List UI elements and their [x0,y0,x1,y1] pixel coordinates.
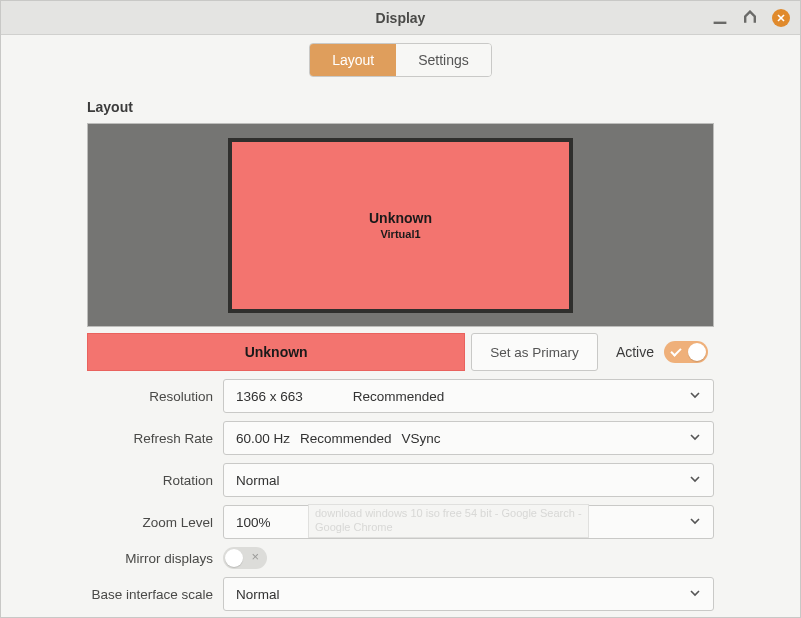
zoom-label: Zoom Level [87,515,213,530]
active-toggle[interactable] [664,341,708,363]
base-scale-value: Normal [236,587,280,602]
chevron-down-icon [689,473,701,488]
window-title: Display [1,10,800,26]
close-button[interactable] [772,9,790,27]
tab-layout[interactable]: Layout [310,44,396,76]
selected-display-badge: Unknown [87,333,465,371]
base-scale-label: Base interface scale [87,587,213,602]
rotation-label: Rotation [87,473,213,488]
resolution-row: Resolution 1366 x 663 Recommended [87,379,714,413]
titlebar: Display [1,1,800,35]
zoom-row: Zoom Level 100% download windows 10 iso … [87,505,714,539]
selected-display-row: Unknown Set as Primary Active [87,333,714,371]
chevron-down-icon [689,587,701,602]
resolution-select[interactable]: 1366 x 663 Recommended [223,379,714,413]
chevron-down-icon [689,431,701,446]
base-scale-row: Base interface scale Normal [87,577,714,611]
monitor-connector: Virtual1 [380,228,420,240]
active-toggle-wrap: Active [604,333,714,371]
display-arrangement-preview[interactable]: Unknown Virtual1 [87,123,714,327]
rotation-select[interactable]: Normal [223,463,714,497]
minimize-button[interactable] [712,10,728,26]
monitor-preview[interactable]: Unknown Virtual1 [228,138,573,313]
refresh-hint: Recommended [300,431,392,446]
zoom-select[interactable]: 100% download windows 10 iso free 54 bit… [223,505,714,539]
monitor-name: Unknown [369,210,432,226]
refresh-label: Refresh Rate [87,431,213,446]
set-primary-button[interactable]: Set as Primary [471,333,598,371]
ghost-tooltip: download windows 10 iso free 54 bit - Go… [308,504,589,538]
mirror-row: Mirror displays [87,547,714,569]
rotation-value: Normal [236,473,280,488]
resolution-label: Resolution [87,389,213,404]
tab-group: Layout Settings [309,43,492,77]
mirror-toggle[interactable] [223,547,267,569]
refresh-value: 60.00 Hz [236,431,290,446]
content-area: Layout Unknown Virtual1 Unknown Set as P… [1,87,800,617]
refresh-select[interactable]: 60.00 Hz Recommended VSync [223,421,714,455]
display-settings-window: Display Layout Settings Layout Unknown V… [0,0,801,618]
tab-settings[interactable]: Settings [396,44,491,76]
rotation-row: Rotation Normal [87,463,714,497]
refresh-vsync: VSync [402,431,441,446]
active-label: Active [616,344,654,360]
base-scale-select[interactable]: Normal [223,577,714,611]
resolution-value: 1366 x 663 [236,389,303,404]
tab-bar: Layout Settings [1,35,800,87]
resolution-hint: Recommended [353,389,445,404]
zoom-value: 100% [236,515,271,530]
refresh-row: Refresh Rate 60.00 Hz Recommended VSync [87,421,714,455]
chevron-down-icon [689,515,701,530]
mirror-label: Mirror displays [87,551,213,566]
window-controls [712,9,790,27]
chevron-down-icon [689,389,701,404]
section-title: Layout [87,99,776,115]
maximize-button[interactable] [742,10,758,26]
